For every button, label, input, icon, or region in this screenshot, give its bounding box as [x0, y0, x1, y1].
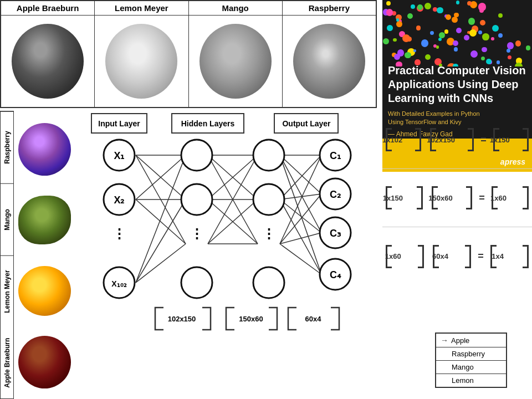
- output-label-raspberry: Raspberry: [436, 347, 506, 361]
- output-label-apple: → Apple: [436, 334, 506, 347]
- raspberry-circle: [18, 123, 71, 176]
- matrix-2a: 1x150: [383, 194, 403, 202]
- output-label-lemon: Lemon: [436, 374, 506, 387]
- svg-point-36: [181, 140, 212, 171]
- svg-line-23: [280, 155, 321, 233]
- mango-fruit-image: [14, 185, 75, 255]
- input-node-x1: X₁: [114, 150, 124, 161]
- lemon-label: Lemon Meyer: [95, 1, 188, 16]
- matrix-equations: 1x102 102x150 = 1x150 1x150 150x60 = 1x6…: [382, 111, 532, 344]
- bracket-1c-right: [512, 128, 532, 151]
- input-node-x2: X₂: [114, 195, 124, 206]
- output-node-c3: C₃: [330, 228, 341, 239]
- fruit-cell-mango: Mango: [189, 1, 283, 107]
- matrix-eq-2: =: [478, 192, 486, 204]
- raspberry-fruit-image: [14, 114, 75, 185]
- raspberry-label: Raspberry: [283, 1, 376, 16]
- matrix-1c: 1x150: [490, 136, 510, 144]
- apple-fruit-image: [14, 326, 75, 397]
- weight-label-2: 150x60: [239, 315, 263, 323]
- output-class-labels: → Apple Raspberry Mango Lemon: [435, 332, 507, 388]
- bracket-2a-left: 1x150: [382, 186, 403, 209]
- svg-line-27: [280, 200, 321, 233]
- matrix-eq-1: =: [479, 134, 488, 146]
- bracket-2c-right: [511, 186, 532, 209]
- hidden-layers-label: Hidden Layers: [181, 119, 235, 128]
- fruit-cell-raspberry: Raspberry: [283, 1, 376, 107]
- bracket-1b-right: [457, 128, 477, 151]
- book-main-title: Practical Computer Vision Applications U…: [388, 64, 526, 105]
- svg-point-39: [253, 140, 284, 171]
- bracket-2a-right: [406, 186, 427, 209]
- fruit-cell-apple: Apple Braeburn: [1, 1, 95, 107]
- bracket-3a-left: 1x60: [382, 245, 404, 268]
- side-label-mango: Mango: [1, 183, 13, 255]
- output-node-c2: C₂: [330, 189, 341, 200]
- side-label-raspberry: Raspberry: [1, 111, 13, 183]
- bracket-1c-left: 1x150: [490, 128, 510, 151]
- svg-line-29: [280, 155, 321, 244]
- raspberry-grayscale-image: [293, 24, 365, 99]
- bracket-1b-left: 102x150: [427, 128, 455, 151]
- output-node-c1: C₁: [330, 150, 341, 161]
- svg-point-40: [253, 184, 284, 215]
- svg-line-31: [280, 233, 321, 244]
- matrix-2c: 1x60: [490, 194, 507, 202]
- matrix-3a: 1x60: [385, 252, 401, 260]
- nn-svg: Input Layer Hidden Layers Output Layer: [75, 111, 380, 344]
- input-node-x102: X₁₀₂: [111, 279, 126, 288]
- output-label-lemon-text: Lemon: [441, 376, 474, 385]
- lemon-circle: [18, 266, 71, 316]
- output-label-mango: Mango: [436, 361, 506, 374]
- weight-label-3: 60x4: [305, 315, 322, 323]
- bracket-3c-left: 1x4: [487, 245, 509, 268]
- svg-point-37: [181, 184, 212, 215]
- neural-network-diagram: Input Layer Hidden Layers Output Layer: [75, 111, 380, 344]
- top-fruits-section: Apple Braeburn Lemon Meyer Mango Raspber…: [0, 0, 377, 108]
- svg-line-25: [280, 155, 321, 200]
- matrix-3c: 1x4: [492, 252, 504, 260]
- hidden1-dots: ⋮: [190, 226, 203, 241]
- output-node-c4: C₄: [330, 269, 341, 280]
- apple-circle: [18, 336, 71, 388]
- svg-point-41: [253, 267, 284, 298]
- matrix-eq-3: =: [477, 250, 485, 262]
- svg-point-38: [181, 267, 212, 298]
- side-label-apple: Apple Braeburn: [1, 327, 13, 398]
- lemon-fruit-image: [14, 255, 75, 326]
- side-labels: Raspberry Mango Lemon Meyer Apple Braebu…: [0, 111, 14, 399]
- bracket-3a-right: [406, 245, 428, 268]
- bracket-3c-right: [510, 245, 532, 268]
- svg-line-10: [136, 200, 186, 283]
- svg-line-8: [136, 200, 186, 244]
- matrix-row-2: 1x150 150x60 = 1x60: [382, 169, 532, 227]
- mango-label: Mango: [189, 1, 282, 16]
- side-label-lemon: Lemon Meyer: [1, 255, 13, 328]
- output-label-mango-text: Mango: [441, 363, 474, 371]
- matrix-1b: 102x150: [427, 136, 455, 144]
- mango-circle: [18, 196, 71, 244]
- mango-grayscale-image: [200, 24, 272, 99]
- input-layer-label: Input Layer: [98, 119, 140, 128]
- input-dots: ⋮: [112, 226, 126, 241]
- weight-label-1: 102x150: [168, 315, 196, 323]
- matrix-row-3: 1x60 60x4 = 1x4: [382, 227, 532, 285]
- matrix-row-1: 1x102 102x150 = 1x150: [382, 111, 532, 169]
- output-label-apple-text: Apple: [451, 336, 469, 345]
- bracket-3b-left: 60x4: [429, 245, 451, 268]
- matrix-2b: 150x60: [428, 194, 452, 202]
- bracket-2b-left: 150x60: [428, 186, 452, 209]
- bracket-2c-left: 1x60: [488, 186, 509, 209]
- apple-arrow-icon: →: [441, 336, 448, 345]
- bracket-1a-left: 1x102: [382, 128, 402, 151]
- lemon-grayscale-image: [105, 24, 177, 99]
- bracket-1a-right: [405, 128, 424, 151]
- svg-line-24: [280, 155, 321, 274]
- apple-grayscale-image: [12, 24, 84, 99]
- matrix-3b: 60x4: [432, 252, 448, 260]
- bracket-3b-right: [453, 245, 475, 268]
- svg-line-22: [280, 155, 321, 194]
- matrix-1a: 1x102: [382, 136, 402, 144]
- output-label-raspberry-text: Raspberry: [441, 350, 485, 358]
- output-layer-label: Output Layer: [282, 119, 331, 128]
